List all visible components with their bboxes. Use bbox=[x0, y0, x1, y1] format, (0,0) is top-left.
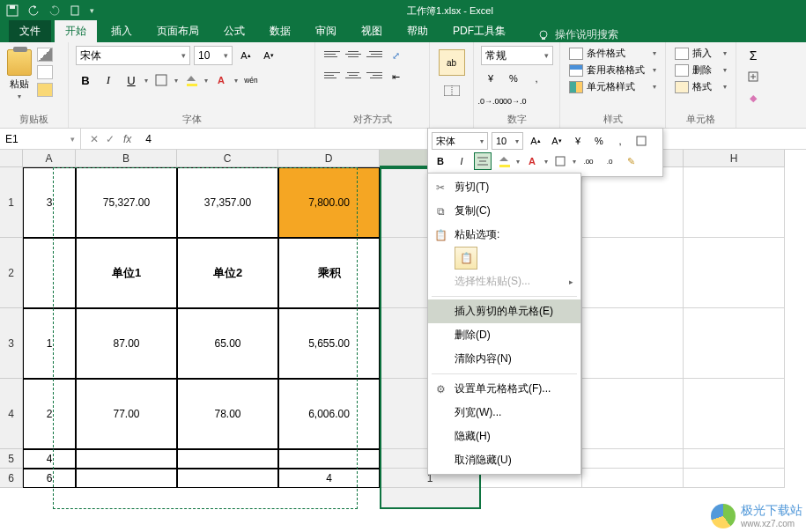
mini-border-icon[interactable] bbox=[632, 132, 650, 150]
insert-cells-button[interactable]: 插入▾ bbox=[673, 46, 728, 61]
menu-insert-cut-cells[interactable]: 插入剪切的单元格(E) bbox=[428, 299, 580, 323]
menu-format-cells[interactable]: ⚙设置单元格格式(F)... bbox=[428, 377, 580, 401]
cell[interactable]: 77.00 bbox=[76, 379, 177, 449]
conditional-format-button[interactable]: 条件格式▾ bbox=[567, 46, 658, 61]
fill-color-button[interactable] bbox=[181, 70, 201, 90]
underline-button[interactable]: U bbox=[122, 70, 141, 90]
decrease-indent-icon[interactable]: ⇤ bbox=[386, 67, 405, 86]
mini-fillcolor-icon[interactable] bbox=[495, 152, 513, 170]
phonetic-icon[interactable]: wén bbox=[241, 70, 261, 90]
cell[interactable] bbox=[177, 469, 278, 488]
tab-layout[interactable]: 页面布局 bbox=[146, 20, 210, 42]
align-left-icon[interactable] bbox=[322, 67, 342, 83]
cell[interactable]: 1 bbox=[23, 308, 76, 379]
cell[interactable]: 6,006.00 bbox=[278, 379, 380, 449]
cell[interactable] bbox=[684, 167, 785, 238]
cell[interactable] bbox=[177, 449, 278, 469]
mini-size-combo[interactable]: 10▾ bbox=[492, 132, 523, 150]
cell[interactable] bbox=[684, 469, 785, 488]
menu-copy[interactable]: ⧉复制(C) bbox=[428, 199, 580, 223]
mini-incdec-icon[interactable]: .0 bbox=[601, 152, 618, 170]
col-header-H[interactable]: H bbox=[684, 150, 785, 167]
cell[interactable] bbox=[582, 238, 684, 308]
mini-font-combo[interactable]: 宋体▾ bbox=[432, 132, 488, 150]
tell-me-search[interactable]: 操作说明搜索 bbox=[537, 27, 618, 42]
cell[interactable] bbox=[582, 308, 684, 379]
cell[interactable]: 3 bbox=[23, 167, 76, 238]
mini-comma-icon[interactable]: , bbox=[611, 132, 629, 150]
align-center-icon[interactable] bbox=[344, 67, 363, 83]
tab-help[interactable]: 帮助 bbox=[396, 20, 439, 42]
mini-decdec-icon[interactable]: .00 bbox=[580, 152, 597, 170]
cell[interactable] bbox=[684, 238, 785, 308]
cell[interactable] bbox=[278, 449, 380, 469]
cell[interactable] bbox=[582, 379, 684, 449]
currency-icon[interactable]: ¥ bbox=[481, 69, 500, 88]
clear-icon[interactable]: ◆ bbox=[743, 88, 763, 107]
tab-view[interactable]: 视图 bbox=[351, 20, 393, 42]
cell[interactable]: 单位2 bbox=[177, 238, 278, 308]
comma-icon[interactable]: , bbox=[527, 69, 546, 88]
paste-button[interactable]: 粘贴 ▾ bbox=[7, 46, 32, 100]
redo-icon[interactable] bbox=[48, 4, 62, 18]
mini-bold-icon[interactable]: B bbox=[432, 152, 449, 170]
cell[interactable] bbox=[76, 469, 177, 488]
format-painter-icon[interactable] bbox=[37, 83, 53, 97]
enter-formula-icon[interactable]: ✓ bbox=[106, 133, 115, 145]
col-header-B[interactable]: B bbox=[76, 150, 177, 167]
align-top-icon[interactable] bbox=[322, 46, 342, 62]
select-all-corner[interactable] bbox=[0, 150, 23, 167]
align-right-icon[interactable] bbox=[365, 67, 384, 83]
mini-decfont-icon[interactable]: A▾ bbox=[548, 132, 566, 150]
col-header-A[interactable]: A bbox=[23, 150, 76, 167]
tab-data[interactable]: 数据 bbox=[259, 20, 301, 42]
copy-icon[interactable] bbox=[37, 65, 53, 79]
cell-style-button[interactable]: 单元格样式▾ bbox=[567, 79, 658, 94]
save-icon[interactable] bbox=[5, 4, 19, 18]
bold-button[interactable]: B bbox=[76, 70, 95, 90]
mini-incfont-icon[interactable]: A▴ bbox=[527, 132, 544, 150]
tab-insert[interactable]: 插入 bbox=[100, 20, 143, 42]
mini-fontcolor-icon[interactable]: A bbox=[523, 152, 541, 170]
increase-decimal-icon[interactable]: .0→.00 bbox=[481, 92, 500, 111]
row-header-3[interactable]: 3 bbox=[0, 308, 23, 379]
name-box[interactable]: E1▾ bbox=[0, 129, 81, 149]
tab-formula[interactable]: 公式 bbox=[213, 20, 255, 42]
mini-aligncenter-icon[interactable] bbox=[474, 152, 492, 170]
row-header-4[interactable]: 4 bbox=[0, 379, 23, 449]
font-size-combo[interactable]: 10▾ bbox=[194, 46, 233, 65]
cancel-formula-icon[interactable]: ✕ bbox=[90, 133, 99, 145]
tab-home[interactable]: 开始 bbox=[55, 20, 97, 42]
tab-review[interactable]: 审阅 bbox=[305, 20, 347, 42]
font-name-combo[interactable]: 宋体▾ bbox=[76, 46, 190, 65]
cell[interactable] bbox=[582, 167, 684, 238]
number-format-combo[interactable]: 常规▾ bbox=[481, 46, 553, 65]
font-color-button[interactable]: A bbox=[211, 70, 231, 90]
cell[interactable]: 单位1 bbox=[76, 238, 177, 308]
cell[interactable] bbox=[684, 308, 785, 379]
cell[interactable]: 37,357.00 bbox=[177, 167, 278, 238]
cell[interactable]: 4 bbox=[23, 449, 76, 469]
cell[interactable]: 7,800.00 bbox=[278, 167, 380, 238]
cell[interactable]: 5,655.00 bbox=[278, 308, 380, 379]
menu-clear-contents[interactable]: 清除内容(N) bbox=[428, 347, 580, 371]
worksheet[interactable]: A B C D G H 1 2 3 4 5 6 3 75,327.00 37,3… bbox=[0, 150, 806, 532]
row-header-5[interactable]: 5 bbox=[0, 449, 23, 469]
mini-borders2-icon[interactable] bbox=[551, 152, 569, 170]
cell[interactable]: 乘积 bbox=[278, 238, 380, 308]
col-header-D[interactable]: D bbox=[278, 150, 380, 167]
autosum-icon[interactable]: Σ bbox=[743, 46, 763, 65]
row-header-2[interactable]: 2 bbox=[0, 238, 23, 308]
mini-currency-icon[interactable]: ¥ bbox=[569, 132, 587, 150]
qat-more-icon[interactable] bbox=[69, 4, 83, 18]
cell[interactable] bbox=[582, 469, 684, 488]
orientation-icon[interactable]: ⤢ bbox=[386, 46, 405, 65]
cell[interactable]: 87.00 bbox=[76, 308, 177, 379]
format-cells-button[interactable]: 格式▾ bbox=[673, 79, 728, 94]
fx-icon[interactable]: fx bbox=[123, 133, 138, 145]
merge-icon[interactable] bbox=[439, 81, 465, 100]
decrease-font-icon[interactable]: A▾ bbox=[259, 46, 278, 65]
undo-icon[interactable] bbox=[26, 4, 41, 18]
table-format-button[interactable]: 套用表格格式▾ bbox=[567, 63, 658, 78]
cell[interactable] bbox=[23, 238, 76, 308]
